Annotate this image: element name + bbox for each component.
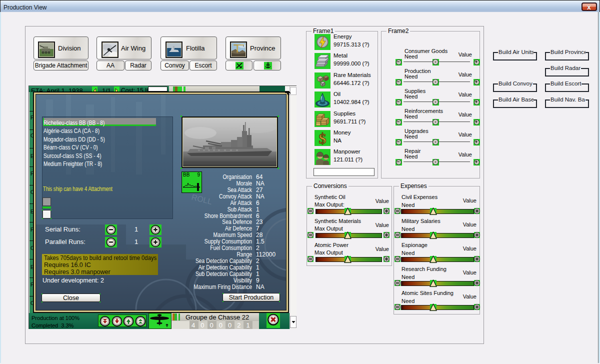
- svg-text:$: $: [319, 130, 326, 146]
